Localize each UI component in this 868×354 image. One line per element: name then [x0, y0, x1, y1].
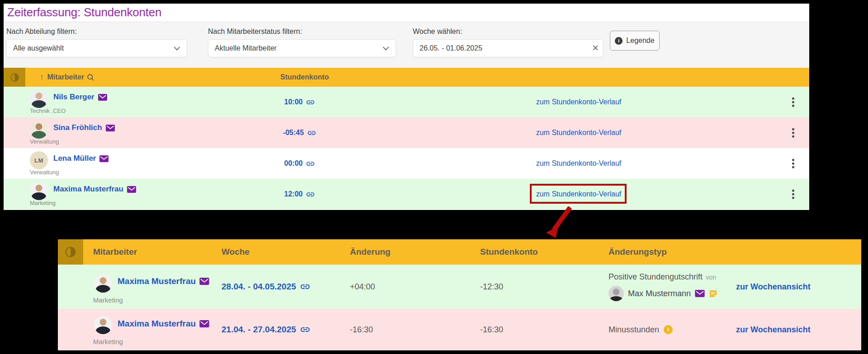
- stundenkonto-verlauf-link[interactable]: zum Stundenkonto-Verlauf: [536, 159, 622, 168]
- stundenkonto-verlauf-link[interactable]: zum Stundenkonto-Verlauf: [536, 98, 622, 106]
- employee-name-link[interactable]: Nils Berger: [53, 93, 94, 102]
- department-filter-select[interactable]: Alle ausgewählt: [6, 39, 187, 57]
- mail-icon[interactable]: [99, 155, 108, 162]
- column-header-stundenkonto[interactable]: Stundenkonto: [280, 68, 329, 87]
- week-filter-value: 26.05. - 01.06.2025: [420, 44, 482, 52]
- avatar: [30, 90, 48, 108]
- column-header-woche: Woche: [222, 239, 250, 265]
- employee-department: Verwaltung: [30, 138, 59, 145]
- mail-icon[interactable]: [695, 290, 705, 297]
- employee-department: Marketing: [93, 338, 123, 345]
- account-balance: 10:00: [284, 98, 303, 106]
- link-icon[interactable]: [306, 159, 315, 168]
- legend-button-label: Legende: [626, 37, 654, 45]
- employee-department: Technik ,CEO: [30, 107, 66, 114]
- week-range-link[interactable]: 28.04. - 04.05.2025: [222, 282, 296, 292]
- wochenansicht-link[interactable]: zur Wochenansicht: [736, 325, 811, 335]
- status-filter-value: Aktuelle Mitarbeiter: [215, 44, 277, 52]
- stundenkonto-verlauf-link[interactable]: zum Stundenkonto-Verlauf: [536, 129, 622, 137]
- week-filter-group: Woche wählen: 26.05. - 01.06.2025 ×: [413, 28, 604, 57]
- search-icon[interactable]: [87, 74, 94, 81]
- chevron-down-icon[interactable]: [382, 47, 389, 51]
- change-type-label: Minusstunden: [609, 325, 659, 335]
- avatar: [30, 121, 48, 139]
- mail-icon[interactable]: [199, 320, 209, 327]
- employee-name-link[interactable]: Sina Fröhlich: [53, 123, 102, 132]
- column-header-stundenkonto: Stundenkonto: [480, 239, 538, 265]
- clock-icon: [65, 246, 76, 258]
- mail-icon[interactable]: [106, 125, 115, 131]
- status-filter-select[interactable]: Aktuelle Mitarbeiter: [208, 39, 396, 57]
- department-filter-group: Nach Abteilung filtern: Alle ausgewählt: [6, 28, 187, 57]
- wochenansicht-link[interactable]: zur Wochenansicht: [736, 282, 811, 292]
- link-icon[interactable]: [307, 128, 316, 138]
- employee-department: Marketing: [30, 200, 56, 206]
- column-header-aenderungstyp: Änderungstyp: [609, 239, 667, 265]
- employee-department: Marketing: [93, 296, 123, 304]
- changed-by-name: Max Mustermann: [628, 289, 691, 298]
- kebab-menu-icon[interactable]: [790, 96, 796, 109]
- kebab-menu-icon[interactable]: [790, 188, 796, 201]
- info-icon[interactable]: i: [664, 325, 673, 334]
- week-filter-input[interactable]: 26.05. - 01.06.2025 ×: [413, 39, 604, 57]
- sort-ascending-icon: ↑: [40, 73, 44, 82]
- stundenkonten-panel: Zeiterfassung: Stundenkonten Nach Abteil…: [4, 4, 809, 210]
- table-row: Maxima Musterfrau Marketing 28.04. - 04.…: [58, 265, 861, 309]
- link-icon[interactable]: [300, 324, 311, 335]
- table-row: Nils Berger Technik ,CEO 10:00 zum Stund…: [4, 87, 809, 117]
- clock-icon: [10, 73, 19, 82]
- account-balance: -16:30: [480, 325, 503, 335]
- highlight-box: [530, 184, 627, 204]
- employee-name-link[interactable]: Maxima Musterfrau: [118, 276, 196, 286]
- link-icon[interactable]: [306, 190, 315, 199]
- column-header-mitarbeiter: Mitarbeiter: [93, 239, 137, 265]
- mail-icon[interactable]: [199, 278, 209, 285]
- filter-bar: Nach Abteilung filtern: Alle ausgewählt …: [4, 22, 809, 68]
- account-balance: -12:30: [480, 282, 503, 292]
- table-row: Sina Fröhlich Verwaltung -05:45 zum Stun…: [4, 117, 809, 148]
- column-header-mitarbeiter-label: Mitarbeiter: [47, 73, 85, 81]
- mail-icon[interactable]: [98, 94, 107, 101]
- note-icon[interactable]: [709, 289, 717, 298]
- column-header-aenderung: Änderung: [350, 239, 391, 265]
- chevron-down-icon[interactable]: [174, 47, 180, 51]
- table-row: Maxima Musterfrau Marketing 21.04. - 27.…: [58, 309, 861, 350]
- avatar: [609, 286, 624, 301]
- avatar: [30, 182, 48, 200]
- employee-name-link[interactable]: Lena Müller: [53, 154, 96, 163]
- department-filter-value: Alle ausgewählt: [13, 44, 64, 52]
- page-title: Zeiterfassung: Stundenkonten: [7, 5, 161, 19]
- column-header-mitarbeiter[interactable]: ↑ Mitarbeiter: [40, 68, 94, 87]
- legend-button[interactable]: i Legende: [610, 31, 660, 51]
- department-filter-label: Nach Abteilung filtern:: [6, 28, 187, 36]
- highlight-arrow: [540, 206, 581, 241]
- table-corner-cell: [4, 68, 25, 87]
- change-value: +04:00: [350, 282, 375, 292]
- table-row: Maxima Musterfrau Marketing 12:00 zum St…: [4, 179, 809, 210]
- detail-table-header: Mitarbeiter Woche Änderung Stundenkonto …: [58, 239, 861, 265]
- table-row: LM Lena Müller Verwaltung 00:00 zum Stun…: [4, 148, 809, 179]
- link-icon[interactable]: [300, 281, 311, 292]
- close-icon[interactable]: ×: [592, 42, 599, 54]
- change-type-label: Positive Stundengutschrift: [609, 272, 703, 282]
- table-corner-cell: [58, 239, 83, 265]
- status-filter-label: Nach Mitarbeiterstatus filtern:: [208, 28, 396, 36]
- mail-icon[interactable]: [127, 186, 136, 193]
- account-balance: -05:45: [283, 129, 304, 137]
- avatar: LM: [30, 151, 48, 169]
- main-table-header: ↑ Mitarbeiter Stundenkonto: [4, 68, 809, 87]
- employee-department: Verwaltung: [30, 169, 59, 176]
- kebab-menu-icon[interactable]: [790, 126, 796, 140]
- status-filter-group: Nach Mitarbeiterstatus filtern: Aktuelle…: [208, 28, 396, 57]
- avatar: [94, 316, 112, 334]
- avatar: [94, 275, 112, 293]
- employee-name-link[interactable]: Maxima Musterfrau: [118, 319, 196, 329]
- week-range-link[interactable]: 21.04. - 27.04.2025: [222, 325, 296, 335]
- change-type-connector: von: [706, 274, 716, 281]
- change-value: -16:30: [350, 325, 373, 335]
- column-header-stundenkonto-label: Stundenkonto: [280, 73, 329, 81]
- employee-name-link[interactable]: Maxima Musterfrau: [53, 185, 123, 194]
- week-filter-label: Woche wählen:: [413, 28, 604, 36]
- kebab-menu-icon[interactable]: [790, 157, 796, 170]
- link-icon[interactable]: [306, 98, 315, 107]
